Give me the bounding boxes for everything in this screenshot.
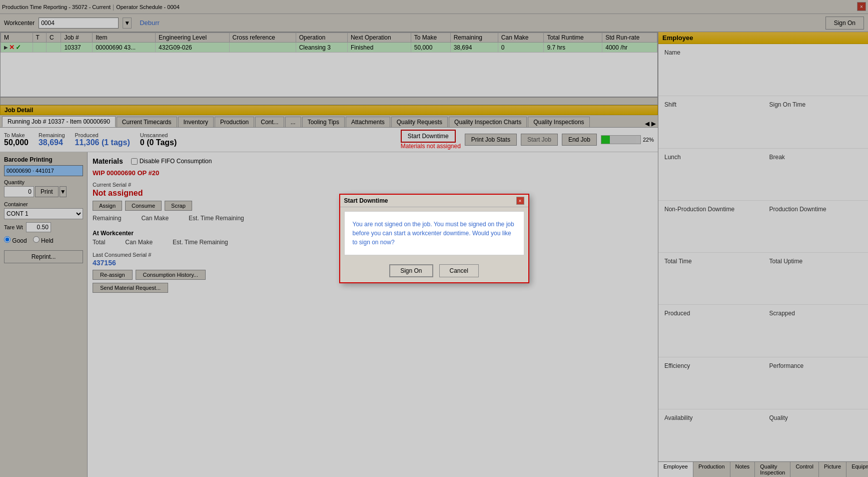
modal-close-button[interactable]: × [516,197,524,205]
modal-title-bar: Start Downtime × [340,195,528,207]
modal-body: You are not signed on the job. You must … [344,211,524,255]
modal-message: You are not signed on the job. You must … [353,220,516,247]
modal-cancel-button[interactable]: Cancel [439,264,479,277]
modal-footer: Sign On Cancel [340,259,528,282]
start-downtime-modal: Start Downtime × You are not signed on t… [339,194,529,283]
modal-overlay: Start Downtime × You are not signed on t… [0,0,868,477]
modal-title: Start Downtime [344,197,388,204]
modal-sign-on-button[interactable]: Sign On [389,264,433,277]
